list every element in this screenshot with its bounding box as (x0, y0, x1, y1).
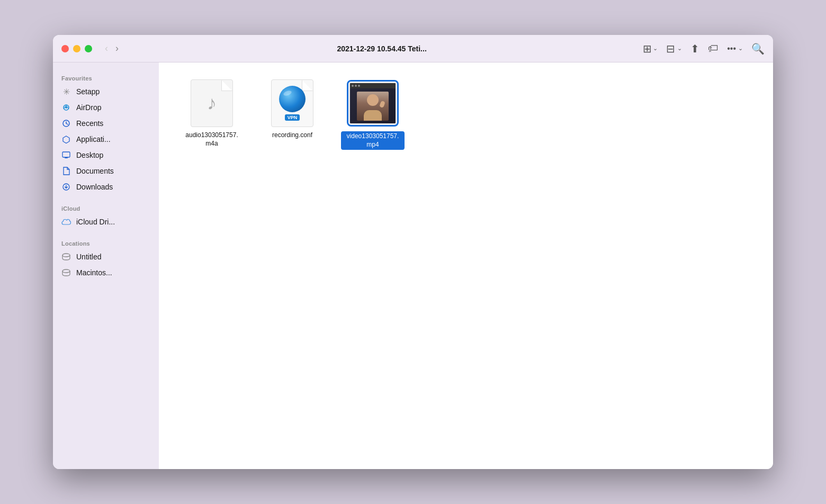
maximize-button[interactable] (85, 45, 92, 52)
sidebar-item-setapp[interactable]: ✳ Setapp (57, 84, 155, 100)
person-hand (379, 100, 385, 107)
conf-file-icon: VPN (268, 79, 316, 127)
main-content: ♪ audio1303051757. m4a VPN recording.con… (159, 62, 773, 469)
sidebar-item-untitled[interactable]: Untitled (57, 249, 155, 265)
body: Favourites ✳ Setapp AirDrop (53, 62, 773, 469)
vtb-dot-3 (358, 85, 360, 87)
airdrop-icon (61, 103, 71, 112)
audio-file-icon: ♪ (188, 79, 236, 127)
share-icon: ⬆ (690, 42, 699, 55)
group-view-button[interactable]: ⊟ ⌄ (666, 42, 682, 55)
sidebar-item-label-setapp: Setapp (76, 87, 100, 96)
file-item-conf[interactable]: VPN recording.conf (261, 79, 324, 150)
back-button[interactable]: ‹ (103, 42, 110, 55)
svg-point-6 (62, 254, 70, 257)
recents-icon (61, 119, 71, 128)
more-chevron-icon: ⌄ (738, 45, 743, 52)
video-person (357, 92, 389, 121)
music-note-icon: ♪ (207, 92, 217, 114)
window-title: 2021-12-29 10.54.45 Teti... (127, 44, 636, 53)
finder-window: ‹ › 2021-12-29 10.54.45 Teti... ⊞ ⌄ ⊟ ⌄ … (53, 35, 773, 469)
group-grid-icon: ⊟ (666, 42, 675, 55)
sidebar-item-documents[interactable]: Documents (57, 163, 155, 179)
audio-file-label: audio1303051757. m4a (180, 131, 244, 148)
icloud-section-label: iCloud (57, 201, 155, 214)
person-head (367, 94, 379, 106)
share-button[interactable]: ⬆ (690, 42, 699, 55)
close-button[interactable] (61, 45, 69, 52)
sidebar-item-label-documents: Documents (76, 167, 114, 175)
sidebar-item-label-downloads: Downloads (76, 183, 113, 191)
icloud-drive-icon (61, 217, 71, 227)
tag-button[interactable]: 🏷 (708, 42, 719, 55)
view-grid-button[interactable]: ⊞ ⌄ (643, 42, 658, 55)
sidebar-item-label-applications: Applicati... (76, 135, 111, 143)
video-icon-shape (349, 82, 397, 124)
vtb-dot-2 (355, 85, 357, 87)
vpn-badge: VPN (285, 114, 300, 121)
titlebar: ‹ › 2021-12-29 10.54.45 Teti... ⊞ ⌄ ⊟ ⌄ … (53, 35, 773, 62)
svg-point-7 (62, 269, 70, 273)
video-titlebar (350, 83, 396, 88)
grid-icon: ⊞ (643, 42, 652, 55)
sidebar-item-label-icloud-drive: iCloud Dri... (76, 218, 115, 226)
search-button[interactable]: 🔍 (751, 42, 765, 55)
ellipsis-icon: ••• (727, 44, 736, 53)
locations-section-label: Locations (57, 236, 155, 249)
minimize-button[interactable] (73, 45, 80, 52)
file-item-audio[interactable]: ♪ audio1303051757. m4a (180, 79, 244, 150)
sidebar-item-applications[interactable]: Applicati... (57, 131, 155, 147)
sidebar-item-label-untitled: Untitled (76, 253, 101, 261)
untitled-drive-icon (61, 252, 71, 262)
audio-icon-shape: ♪ (191, 79, 233, 127)
sidebar-item-icloud-drive[interactable]: iCloud Dri... (57, 214, 155, 230)
conf-icon-shape: VPN (271, 79, 313, 127)
sidebar-item-label-desktop: Desktop (76, 151, 103, 159)
vtb-dot-1 (352, 85, 354, 87)
video-thumbnail (350, 83, 396, 123)
sidebar-item-airdrop[interactable]: AirDrop (57, 100, 155, 115)
svg-rect-3 (62, 152, 70, 157)
person-body (364, 110, 382, 121)
macintosh-drive-icon (61, 268, 71, 277)
conf-file-label: recording.conf (272, 131, 312, 140)
favourites-section-label: Favourites (57, 71, 155, 84)
sidebar-item-downloads[interactable]: Downloads (57, 179, 155, 195)
sidebar-item-label-macintosh: Macintos... (76, 268, 112, 277)
nav-arrows: ‹ › (103, 42, 121, 55)
view-chevron-icon: ⌄ (653, 45, 658, 52)
sidebar-item-label-airdrop: AirDrop (76, 103, 101, 112)
search-icon: 🔍 (751, 42, 765, 55)
downloads-icon (61, 182, 71, 192)
forward-button[interactable]: › (113, 42, 121, 55)
sidebar: Favourites ✳ Setapp AirDrop (53, 62, 159, 469)
window-controls (61, 45, 92, 52)
video-file-label: video1303051757. mp4 (341, 131, 405, 150)
desktop-icon (61, 150, 71, 160)
tag-icon: 🏷 (708, 42, 719, 55)
sidebar-item-recents[interactable]: Recents (57, 115, 155, 131)
applications-icon (61, 134, 71, 144)
video-file-icon (349, 79, 397, 127)
sidebar-item-desktop[interactable]: Desktop (57, 147, 155, 163)
sidebar-item-label-recents: Recents (76, 119, 103, 128)
svg-rect-4 (65, 157, 68, 158)
setapp-icon: ✳ (61, 87, 71, 96)
file-item-video[interactable]: video1303051757. mp4 (341, 79, 405, 150)
vpn-globe-icon (279, 86, 306, 112)
sidebar-item-macintosh[interactable]: Macintos... (57, 265, 155, 281)
more-button[interactable]: ••• ⌄ (727, 44, 743, 53)
documents-icon (61, 166, 71, 176)
titlebar-actions: ⊞ ⌄ ⊟ ⌄ ⬆ 🏷 ••• ⌄ 🔍 (643, 42, 765, 55)
group-chevron-icon: ⌄ (677, 45, 682, 52)
